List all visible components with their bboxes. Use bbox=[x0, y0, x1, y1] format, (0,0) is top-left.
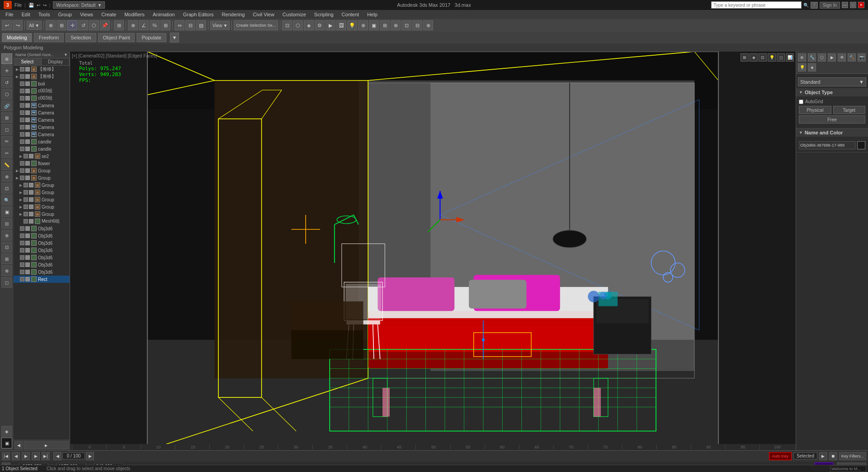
key-filters-btn[interactable]: Key Filters... bbox=[839, 452, 866, 460]
render-toggle[interactable] bbox=[25, 168, 30, 173]
visibility-toggle[interactable] bbox=[20, 248, 24, 253]
file-menu[interactable]: File bbox=[14, 3, 22, 8]
view-dropdown[interactable]: View▼ bbox=[210, 21, 230, 30]
tree-item[interactable]: ▶⊞【推移】 bbox=[14, 66, 70, 73]
visibility-toggle[interactable] bbox=[20, 118, 24, 122]
render-frame-btn[interactable]: 🖼 bbox=[336, 20, 346, 30]
render-setup-btn[interactable]: ⚙ bbox=[315, 20, 325, 30]
reference-coord[interactable]: ⊞ bbox=[114, 20, 124, 30]
visibility-toggle[interactable] bbox=[20, 125, 24, 129]
visibility-toggle[interactable] bbox=[20, 74, 24, 79]
select-region-btn[interactable]: ⊞ bbox=[57, 20, 66, 30]
left-tool-20[interactable]: ◻ bbox=[1, 277, 12, 288]
search-input[interactable] bbox=[711, 1, 802, 9]
tree-item[interactable]: boli bbox=[14, 80, 70, 87]
tab-populate[interactable]: Populate bbox=[137, 33, 166, 42]
render-toggle[interactable] bbox=[25, 118, 30, 122]
undo-btn[interactable]: ↩ bbox=[2, 20, 12, 30]
visibility-toggle[interactable] bbox=[20, 226, 24, 231]
quick-access-save[interactable]: 💾 bbox=[28, 3, 34, 8]
left-tool-13[interactable]: 🔍 bbox=[1, 195, 12, 205]
layer-btn[interactable]: ▤ bbox=[196, 20, 206, 30]
menu-group[interactable]: Group bbox=[54, 11, 75, 18]
render-toggle[interactable] bbox=[25, 125, 30, 129]
menu-scripting[interactable]: Scripting bbox=[311, 11, 337, 18]
menu-customize[interactable]: Customize bbox=[279, 11, 310, 18]
render-toggle[interactable] bbox=[25, 67, 30, 72]
visibility-toggle[interactable] bbox=[20, 241, 24, 245]
minimize-btn[interactable]: — bbox=[842, 2, 848, 8]
object-type-header[interactable]: ▼ Object Type bbox=[796, 88, 868, 96]
tab-object-paint[interactable]: Object Paint bbox=[98, 33, 135, 42]
render-btn[interactable]: ▶ bbox=[326, 20, 335, 30]
visibility-toggle[interactable] bbox=[20, 110, 24, 115]
create-selection-set[interactable]: Create Selection Se... bbox=[234, 20, 278, 30]
visibility-toggle[interactable] bbox=[20, 161, 24, 166]
menu-civil-view[interactable]: Civil View bbox=[249, 11, 278, 18]
extra-btn4[interactable]: ⊕ bbox=[391, 20, 401, 30]
search-icon[interactable]: 🔍 bbox=[803, 3, 809, 8]
tree-item[interactable]: candle bbox=[14, 138, 70, 145]
menu-file[interactable]: File bbox=[2, 11, 17, 18]
visibility-toggle[interactable] bbox=[20, 89, 24, 93]
time-prev[interactable]: ◀ bbox=[53, 452, 61, 460]
visibility-toggle[interactable] bbox=[20, 81, 24, 86]
visibility-toggle[interactable] bbox=[20, 139, 24, 144]
tree-item[interactable]: 📷Camera bbox=[14, 124, 70, 131]
extra-btn2[interactable]: ▣ bbox=[369, 20, 379, 30]
visibility-toggle[interactable] bbox=[24, 190, 28, 195]
time-next[interactable]: ▶ bbox=[86, 452, 94, 460]
left-tool-17[interactable]: ⊡ bbox=[1, 242, 12, 253]
tree-item[interactable]: Obj3d6 bbox=[14, 261, 70, 268]
snap-toggle[interactable]: ⊕ bbox=[128, 20, 138, 30]
select-filter[interactable]: All▼ bbox=[27, 21, 42, 30]
target-btn[interactable]: Target bbox=[833, 106, 866, 114]
tree-item[interactable]: c003组 bbox=[14, 87, 70, 95]
autogrid-checkbox[interactable] bbox=[799, 100, 803, 104]
visibility-toggle[interactable] bbox=[20, 234, 24, 238]
vp-stats[interactable]: 📊 bbox=[786, 53, 794, 62]
menu-create[interactable]: Create bbox=[98, 11, 120, 18]
tree-item[interactable]: Rect bbox=[14, 276, 70, 283]
left-tool-bottom1[interactable]: ◈ bbox=[1, 426, 12, 437]
close-btn[interactable]: ✕ bbox=[858, 2, 864, 8]
quick-access-redo[interactable]: ↪ bbox=[43, 3, 47, 8]
tree-item[interactable]: ▶⊞Group bbox=[14, 189, 70, 196]
scale-btn[interactable]: ⬡ bbox=[89, 20, 99, 30]
visibility-toggle[interactable] bbox=[20, 176, 24, 180]
tree-item[interactable]: 📷Camera bbox=[14, 109, 70, 116]
visibility-toggle[interactable] bbox=[24, 219, 28, 224]
tree-item[interactable]: ▶⊞Group bbox=[14, 167, 70, 174]
render-toggle[interactable] bbox=[29, 154, 33, 158]
visibility-toggle[interactable] bbox=[20, 168, 24, 173]
tree-item[interactable]: ▶⊞se2 bbox=[14, 153, 70, 160]
left-tool-bottom2[interactable]: ▣ bbox=[1, 438, 12, 448]
visibility-toggle[interactable] bbox=[20, 262, 24, 267]
extra-btn3[interactable]: ⊞ bbox=[380, 20, 390, 30]
render-toggle[interactable] bbox=[25, 234, 30, 238]
rp-icon-motion[interactable]: ▶ bbox=[828, 53, 836, 62]
tree-item[interactable]: Mesh6组 bbox=[14, 218, 70, 225]
render-toggle[interactable] bbox=[25, 262, 30, 267]
physical-btn[interactable]: Physical bbox=[799, 106, 831, 114]
render-toggle[interactable] bbox=[29, 212, 33, 216]
visibility-toggle[interactable] bbox=[20, 96, 24, 100]
rp-icon-hierarchy[interactable]: ⬡ bbox=[818, 53, 826, 62]
extra-btn1[interactable]: ⊕ bbox=[358, 20, 368, 30]
quick-access-undo[interactable]: ↩ bbox=[37, 3, 40, 8]
restore-btn[interactable]: □ bbox=[850, 2, 856, 8]
menu-content[interactable]: Content bbox=[338, 11, 363, 18]
menu-help[interactable]: Help bbox=[363, 11, 381, 18]
menu-animation[interactable]: Animation bbox=[149, 11, 179, 18]
color-swatch[interactable] bbox=[857, 141, 865, 149]
scene-tab-select[interactable]: Select bbox=[14, 58, 42, 65]
render-toggle[interactable] bbox=[25, 226, 30, 231]
percent-snap[interactable]: % bbox=[150, 20, 160, 30]
time-value[interactable]: 0 / 100 bbox=[62, 453, 85, 459]
visibility-toggle[interactable] bbox=[20, 255, 24, 260]
visibility-toggle[interactable] bbox=[20, 132, 24, 137]
object-name-input[interactable] bbox=[799, 141, 855, 149]
render-toggle[interactable] bbox=[25, 176, 30, 180]
redo-btn[interactable]: ↪ bbox=[13, 20, 23, 30]
tree-item[interactable]: ▶⊞Group bbox=[14, 203, 70, 210]
